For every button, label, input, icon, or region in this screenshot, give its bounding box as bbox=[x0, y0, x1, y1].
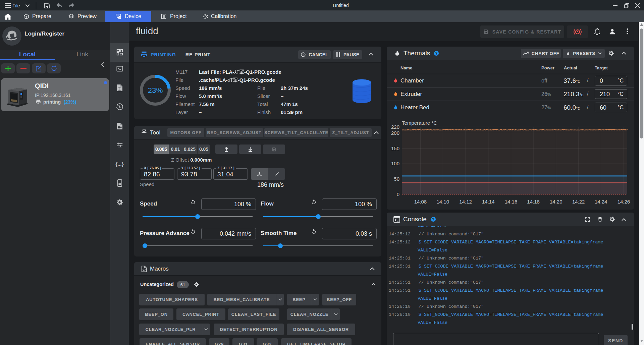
svg-text:14:12: 14:12 bbox=[459, 199, 472, 205]
svg-text:14:22: 14:22 bbox=[572, 199, 585, 205]
svg-text:50: 50 bbox=[394, 176, 399, 182]
svg-text:14:20: 14:20 bbox=[550, 199, 562, 205]
svg-text:220: 220 bbox=[391, 124, 399, 130]
svg-text:23%: 23% bbox=[148, 86, 163, 95]
svg-text:14:26: 14:26 bbox=[618, 199, 630, 205]
svg-text:14:10: 14:10 bbox=[437, 199, 449, 205]
svg-text:14:16: 14:16 bbox=[505, 199, 518, 205]
svg-text:14:24: 14:24 bbox=[595, 199, 607, 205]
svg-text:14:14: 14:14 bbox=[482, 199, 495, 205]
svg-text:14:08: 14:08 bbox=[414, 199, 427, 205]
svg-text:14:18: 14:18 bbox=[527, 199, 540, 205]
svg-text:0: 0 bbox=[397, 191, 399, 197]
svg-text:100: 100 bbox=[391, 161, 399, 166]
svg-text:200: 200 bbox=[391, 130, 399, 136]
svg-text:150: 150 bbox=[391, 146, 399, 151]
